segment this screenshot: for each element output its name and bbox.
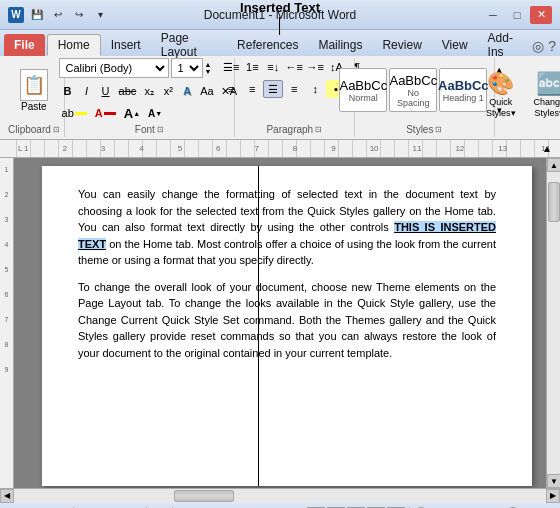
tab-page-layout[interactable]: Page Layout: [151, 34, 227, 56]
customize-quick-btn[interactable]: ▾: [91, 6, 109, 24]
ruler-collapse-button[interactable]: ▲: [542, 143, 552, 154]
ruler-numbers: 1 2 3 4 5 6 7 8 9 10 11 12 13 14: [16, 144, 558, 153]
main-area: 1 2 3 4 5 6 7 8 9 You can easily change …: [0, 158, 560, 488]
font-color-button[interactable]: A: [92, 104, 119, 122]
font-name-selector[interactable]: Calibri (Body): [59, 58, 169, 78]
align-center-button[interactable]: ≡: [242, 80, 262, 98]
hscroll-track[interactable]: [14, 489, 546, 503]
align-left-button[interactable]: ≡: [221, 80, 241, 98]
multilevel-list-button[interactable]: ≡↓: [263, 58, 283, 76]
tab-home[interactable]: Home: [47, 34, 101, 56]
tab-insert[interactable]: Insert: [101, 34, 151, 56]
ribbon-right-controls: ◎ ?: [532, 38, 556, 56]
ribbon-question-icon[interactable]: ?: [548, 38, 556, 54]
minimize-button[interactable]: ─: [482, 6, 504, 24]
subscript-button[interactable]: x₂: [140, 82, 158, 100]
paragraph-2: To change the overall look of your docum…: [78, 279, 496, 362]
undo-quick-btn[interactable]: ↩: [49, 6, 67, 24]
close-button[interactable]: ✕: [530, 6, 552, 24]
editing-label-row: [499, 133, 560, 137]
text-effects-button[interactable]: A: [178, 82, 196, 100]
tab-review[interactable]: Review: [372, 34, 431, 56]
ribbon-help-icon[interactable]: ◎: [532, 38, 544, 54]
clipboard-content: 📋 Paste: [13, 58, 55, 122]
font-selectors: Calibri (Body) 11 ▲ ▼: [59, 58, 212, 78]
editing-group: 🎨 QuickStyles▾ 🔤 ChangeStyles▾ ✏️ Editin…: [495, 58, 560, 137]
hscroll-thumb[interactable]: [174, 490, 234, 502]
bold-button[interactable]: B: [59, 82, 77, 100]
style-no-spacing[interactable]: AaBbCc No Spacing: [389, 68, 437, 112]
font-format-buttons: B I U abc x₂ x² A Aa ✕A: [59, 82, 241, 100]
styles-label: Styles ⊡: [359, 122, 490, 137]
editing-content: 🎨 QuickStyles▾ 🔤 ChangeStyles▾ ✏️ Editin…: [479, 58, 560, 133]
quick-styles-label: QuickStyles▾: [486, 97, 516, 119]
clipboard-label: Clipboard ⊡: [8, 122, 60, 137]
change-styles-button[interactable]: 🔤 ChangeStyles▾: [527, 68, 560, 124]
vertical-ruler: 1 2 3 4 5 6 7 8 9: [0, 158, 14, 488]
font-color-bar: [104, 112, 116, 115]
font-label: Font ⊡: [69, 122, 230, 137]
hscroll-right-button[interactable]: ▶: [546, 489, 560, 503]
color-buttons: ab A A▲ A▼: [59, 104, 166, 122]
title-bar-left: W 💾 ↩ ↪ ▾: [8, 6, 109, 24]
change-styles-label: ChangeStyles▾: [534, 97, 560, 119]
styles-group: AaBbCc Normal AaBbCc No Spacing AaBbCc H…: [355, 58, 495, 137]
status-bar: Page: 1 of 1 Words: 189 ✓ English (U.S.)…: [0, 502, 560, 508]
decrease-font-size-button[interactable]: A▼: [145, 104, 165, 122]
tooltip-arrow: [279, 17, 280, 35]
paragraph-group: ☰≡ 1≡ ≡↓ ←≡ →≡ ↕A ¶ ≡ ≡ ☰ ≡ ↕ ▪ ⊞ Paragr…: [235, 58, 355, 137]
underline-button[interactable]: U: [97, 82, 115, 100]
strikethrough-button[interactable]: abc: [116, 82, 140, 100]
highlight-color-bar: [75, 112, 87, 115]
decrease-indent-button[interactable]: ←≡: [284, 58, 304, 76]
tab-file[interactable]: File: [4, 34, 45, 56]
quick-access-toolbar: 💾 ↩ ↪ ▾: [28, 6, 109, 24]
align-right-button[interactable]: ≡: [284, 80, 304, 98]
save-quick-btn[interactable]: 💾: [28, 6, 46, 24]
redo-quick-btn[interactable]: ↪: [70, 6, 88, 24]
inserted-text-tooltip: Inserted Text: [240, 0, 320, 35]
numbering-button[interactable]: 1≡: [242, 58, 262, 76]
font-content: Calibri (Body) 11 ▲ ▼ B I U abc x₂ x² A …: [59, 58, 241, 122]
style-normal[interactable]: AaBbCc Normal: [339, 68, 387, 112]
font-size-selector[interactable]: 11: [171, 58, 203, 78]
horizontal-scrollbar: ◀ ▶: [0, 488, 560, 502]
paragraph-1: You can easily change the formatting of …: [78, 186, 496, 269]
bullets-button[interactable]: ☰≡: [221, 58, 241, 76]
font-increase-icon[interactable]: ▲: [205, 61, 212, 68]
highlight-color-button[interactable]: ab: [59, 104, 90, 122]
document-page[interactable]: You can easily change the formatting of …: [42, 166, 532, 486]
quick-styles-button[interactable]: 🎨 QuickStyles▾: [479, 68, 523, 124]
tab-mailings[interactable]: Mailings: [308, 34, 372, 56]
vscroll-up-button[interactable]: ▲: [547, 158, 560, 172]
vscroll-thumb[interactable]: [548, 182, 560, 222]
styles-expand-icon[interactable]: ⊡: [435, 125, 442, 134]
paste-button[interactable]: 📋 Paste: [13, 66, 55, 115]
paragraph-label: Paragraph ⊡: [239, 122, 350, 137]
hscroll-left-button[interactable]: ◀: [0, 489, 14, 503]
vscroll-track[interactable]: [547, 172, 560, 474]
tab-view[interactable]: View: [432, 34, 478, 56]
justify-button[interactable]: ☰: [263, 80, 283, 98]
document-area: You can easily change the formatting of …: [14, 158, 560, 488]
font-decrease-icon[interactable]: ▼: [205, 68, 212, 75]
increase-font-size-button[interactable]: A▲: [121, 104, 143, 122]
clipboard-group: 📋 Paste Clipboard ⊡: [4, 58, 65, 137]
increase-indent-button[interactable]: →≡: [305, 58, 325, 76]
italic-button[interactable]: I: [78, 82, 96, 100]
font-expand-icon[interactable]: ⊡: [157, 125, 164, 134]
window-controls: ─ □ ✕: [482, 6, 552, 24]
vscroll-down-button[interactable]: ▼: [547, 474, 560, 488]
font-size-arrows: ▲ ▼: [205, 61, 212, 75]
change-case-button[interactable]: Aa: [197, 82, 216, 100]
superscript-button[interactable]: x²: [159, 82, 177, 100]
tab-addins[interactable]: Add-Ins: [478, 34, 533, 56]
paste-icon: 📋: [20, 69, 48, 101]
line-spacing-button[interactable]: ↕: [305, 80, 325, 98]
document-scroll[interactable]: You can easily change the formatting of …: [14, 158, 560, 488]
maximize-button[interactable]: □: [506, 6, 528, 24]
tab-references[interactable]: References: [227, 34, 308, 56]
vertical-scrollbar: ▲ ▼: [546, 158, 560, 488]
clipboard-expand-icon[interactable]: ⊡: [53, 125, 60, 134]
paragraph-expand-icon[interactable]: ⊡: [315, 125, 322, 134]
